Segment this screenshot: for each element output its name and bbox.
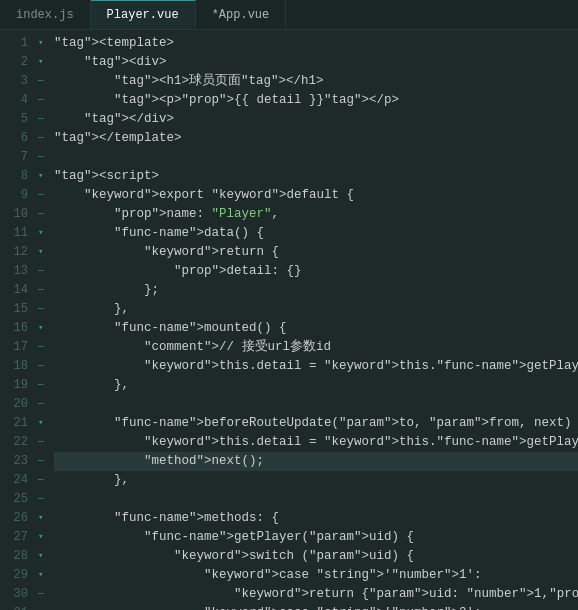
line-number: 3 bbox=[8, 72, 28, 91]
code-line[interactable]: "keyword">this.detail = "keyword">this."… bbox=[54, 433, 578, 452]
code-line[interactable]: "prop">name: "Player", bbox=[54, 205, 578, 224]
fold-indicator[interactable]: — bbox=[38, 452, 48, 471]
code-line[interactable]: "tag"><h1>球员页面"tag"></h1> bbox=[54, 72, 578, 91]
code-line[interactable]: "comment">// 接受url参数id bbox=[54, 338, 578, 357]
fold-indicators: ▾▾—————▾——▾▾———▾————▾————▾▾▾▾—▾———— bbox=[36, 30, 50, 610]
fold-indicator[interactable]: ▾ bbox=[38, 319, 48, 338]
line-number: 16 bbox=[8, 319, 28, 338]
line-number: 19 bbox=[8, 376, 28, 395]
code-line[interactable]: "keyword">export "keyword">default { bbox=[54, 186, 578, 205]
line-number: 9 bbox=[8, 186, 28, 205]
code-line[interactable]: "tag"><p>"prop">{{ detail }}"tag"></p> bbox=[54, 91, 578, 110]
fold-indicator[interactable]: — bbox=[38, 72, 48, 91]
line-number: 31 bbox=[8, 604, 28, 610]
fold-indicator[interactable]: ▾ bbox=[38, 224, 48, 243]
line-number: 6 bbox=[8, 129, 28, 148]
fold-indicator[interactable]: ▾ bbox=[38, 53, 48, 72]
fold-indicator[interactable]: — bbox=[38, 129, 48, 148]
line-number: 8 bbox=[8, 167, 28, 186]
line-number: 14 bbox=[8, 281, 28, 300]
line-number: 24 bbox=[8, 471, 28, 490]
fold-indicator[interactable]: — bbox=[38, 91, 48, 110]
line-number: 28 bbox=[8, 547, 28, 566]
code-line[interactable]: "keyword">case "string">'"number">1': bbox=[54, 566, 578, 585]
code-line[interactable]: "keyword">case "string">'"number">2': bbox=[54, 604, 578, 610]
fold-indicator[interactable]: — bbox=[38, 281, 48, 300]
code-line[interactable]: "method">next(); bbox=[54, 452, 578, 471]
fold-indicator[interactable]: ▾ bbox=[38, 604, 48, 610]
code-line[interactable]: }; bbox=[54, 281, 578, 300]
fold-indicator[interactable]: ▾ bbox=[38, 167, 48, 186]
fold-indicator[interactable]: ▾ bbox=[38, 528, 48, 547]
fold-indicator[interactable]: ▾ bbox=[38, 34, 48, 53]
code-area[interactable]: "tag"><template> "tag"><div> "tag"><h1>球… bbox=[50, 30, 578, 610]
line-number: 7 bbox=[8, 148, 28, 167]
code-line[interactable]: "keyword">this.detail = "keyword">this."… bbox=[54, 357, 578, 376]
code-line[interactable]: "tag"><script> bbox=[54, 167, 578, 186]
code-line[interactable]: "tag"></div> bbox=[54, 110, 578, 129]
code-line[interactable]: "func-name">mounted() { bbox=[54, 319, 578, 338]
code-line[interactable]: "keyword">switch ("param">uid) { bbox=[54, 547, 578, 566]
line-number: 30 bbox=[8, 585, 28, 604]
fold-indicator[interactable]: — bbox=[38, 262, 48, 281]
fold-indicator[interactable]: — bbox=[38, 300, 48, 319]
line-number: 29 bbox=[8, 566, 28, 585]
line-number: 26 bbox=[8, 509, 28, 528]
code-line[interactable]: "func-name">data() { bbox=[54, 224, 578, 243]
code-line[interactable]: }, bbox=[54, 471, 578, 490]
fold-indicator[interactable]: — bbox=[38, 205, 48, 224]
line-number: 10 bbox=[8, 205, 28, 224]
editor: 1234567891011121314151617181920212223242… bbox=[0, 30, 578, 610]
fold-indicator[interactable]: — bbox=[38, 338, 48, 357]
line-number: 2 bbox=[8, 53, 28, 72]
fold-indicator[interactable]: ▾ bbox=[38, 414, 48, 433]
tab-bar: index.js Player.vue *App.vue bbox=[0, 0, 578, 30]
line-number: 20 bbox=[8, 395, 28, 414]
fold-indicator[interactable]: — bbox=[38, 490, 48, 509]
tab-app-vue[interactable]: *App.vue bbox=[196, 0, 287, 29]
code-line[interactable]: "func-name">methods: { bbox=[54, 509, 578, 528]
code-line[interactable]: "func-name">getPlayer("param">uid) { bbox=[54, 528, 578, 547]
fold-indicator[interactable]: — bbox=[38, 186, 48, 205]
fold-indicator[interactable]: ▾ bbox=[38, 566, 48, 585]
fold-indicator[interactable]: — bbox=[38, 110, 48, 129]
line-number: 11 bbox=[8, 224, 28, 243]
line-number: 12 bbox=[8, 243, 28, 262]
code-line[interactable]: "tag"></template> bbox=[54, 129, 578, 148]
code-line[interactable] bbox=[54, 148, 578, 167]
fold-indicator[interactable]: — bbox=[38, 395, 48, 414]
fold-indicator[interactable]: ▾ bbox=[38, 547, 48, 566]
code-line[interactable]: }, bbox=[54, 376, 578, 395]
code-line[interactable]: "keyword">return {"param">uid: "number">… bbox=[54, 585, 578, 604]
code-line[interactable] bbox=[54, 490, 578, 509]
line-number: 5 bbox=[8, 110, 28, 129]
line-number: 22 bbox=[8, 433, 28, 452]
fold-indicator[interactable]: ▾ bbox=[38, 509, 48, 528]
code-line[interactable]: }, bbox=[54, 300, 578, 319]
fold-indicator[interactable]: — bbox=[38, 148, 48, 167]
fold-indicator[interactable]: — bbox=[38, 433, 48, 452]
code-line[interactable]: "keyword">return { bbox=[54, 243, 578, 262]
code-line[interactable]: "prop">detail: {} bbox=[54, 262, 578, 281]
tab-index-js[interactable]: index.js bbox=[0, 0, 91, 29]
code-line[interactable]: "tag"><div> bbox=[54, 53, 578, 72]
line-number: 25 bbox=[8, 490, 28, 509]
code-line[interactable]: "func-name">beforeRouteUpdate("param">to… bbox=[54, 414, 578, 433]
tab-player-vue[interactable]: Player.vue bbox=[91, 0, 196, 29]
line-number: 23 bbox=[8, 452, 28, 471]
fold-indicator[interactable]: — bbox=[38, 376, 48, 395]
fold-indicator[interactable]: — bbox=[38, 585, 48, 604]
line-numbers: 1234567891011121314151617181920212223242… bbox=[0, 30, 36, 610]
line-number: 17 bbox=[8, 338, 28, 357]
code-line[interactable]: "tag"><template> bbox=[54, 34, 578, 53]
fold-indicator[interactable]: ▾ bbox=[38, 243, 48, 262]
fold-indicator[interactable]: — bbox=[38, 357, 48, 376]
line-number: 13 bbox=[8, 262, 28, 281]
line-number: 1 bbox=[8, 34, 28, 53]
fold-indicator[interactable]: — bbox=[38, 471, 48, 490]
line-number: 4 bbox=[8, 91, 28, 110]
line-number: 21 bbox=[8, 414, 28, 433]
line-number: 27 bbox=[8, 528, 28, 547]
line-number: 18 bbox=[8, 357, 28, 376]
code-line[interactable] bbox=[54, 395, 578, 414]
